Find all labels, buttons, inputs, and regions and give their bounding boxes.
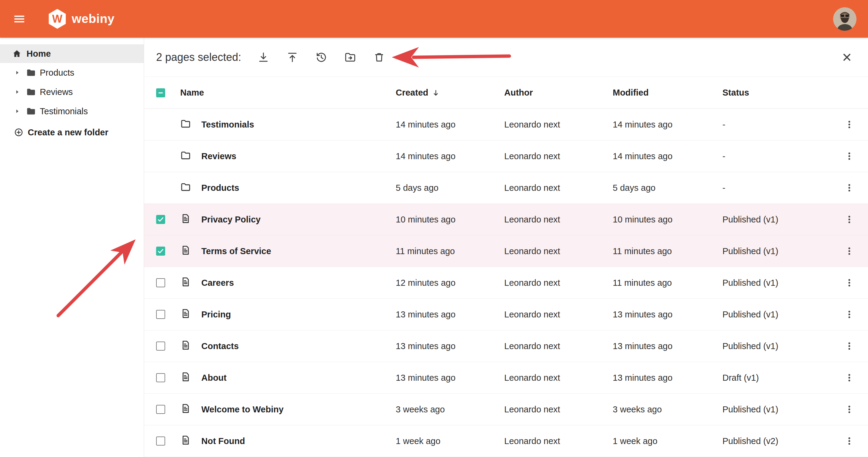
kebab-icon <box>844 436 855 446</box>
kebab-icon <box>844 278 855 288</box>
cell-author: Leonardo next <box>504 404 613 415</box>
cell-modified: 1 week ago <box>613 436 722 446</box>
close-selection-button[interactable] <box>838 48 856 66</box>
restore-button[interactable] <box>312 48 330 66</box>
document-icon <box>180 435 191 446</box>
row-menu-button[interactable] <box>843 148 856 164</box>
caret-right-icon[interactable] <box>13 69 21 77</box>
kebab-icon <box>844 151 855 161</box>
user-avatar[interactable] <box>833 7 857 31</box>
row-menu-button[interactable] <box>843 401 856 417</box>
table-row[interactable]: Reviews 14 minutes ago Leonardo next 14 … <box>144 141 868 172</box>
header-created[interactable]: Created <box>396 88 504 98</box>
move-to-folder-button[interactable] <box>341 48 359 66</box>
row-menu-button[interactable] <box>843 307 856 322</box>
row-menu-button[interactable] <box>843 338 856 354</box>
sidebar-folder-products[interactable]: Products <box>0 63 144 82</box>
row-checkbox[interactable] <box>156 310 165 319</box>
download-button[interactable] <box>254 48 273 66</box>
folder-icon <box>180 181 191 192</box>
cell-status: Published (v2) <box>722 436 831 446</box>
cell-name[interactable]: Not Found <box>201 436 396 446</box>
cell-created: 14 minutes ago <box>396 120 504 130</box>
table-row[interactable]: Welcome to Webiny 3 weeks ago Leonardo n… <box>144 394 868 425</box>
row-checkbox[interactable] <box>156 405 165 414</box>
row-checkbox[interactable] <box>156 215 165 224</box>
table-row[interactable]: Careers 12 minutes ago Leonardo next 11 … <box>144 267 868 299</box>
delete-button[interactable] <box>370 48 388 66</box>
selection-count-text: 2 pages selected: <box>156 51 241 64</box>
cell-name[interactable]: Welcome to Webiny <box>201 404 396 415</box>
cell-name[interactable]: Contacts <box>201 341 396 351</box>
cell-name[interactable]: Privacy Policy <box>201 215 396 224</box>
main-content: 2 pages selected: <box>144 38 868 457</box>
cell-name[interactable]: Reviews <box>201 151 396 161</box>
row-menu-button[interactable] <box>843 243 856 259</box>
sidebar-folder-label: Reviews <box>40 87 73 97</box>
avatar-image <box>833 7 857 31</box>
table-row[interactable]: Pricing 13 minutes ago Leonardo next 13 … <box>144 299 868 330</box>
cell-created: 3 weeks ago <box>396 404 504 415</box>
cell-name[interactable]: Testimonials <box>201 120 396 130</box>
sidebar-folder-testimonials[interactable]: Testimonials <box>0 101 144 121</box>
select-all-checkbox[interactable] <box>156 88 165 97</box>
kebab-icon <box>844 246 855 256</box>
table-row[interactable]: Not Found 1 week ago Leonardo next 1 wee… <box>144 425 868 457</box>
move-to-folder-icon <box>344 51 356 63</box>
row-checkbox[interactable] <box>156 278 165 287</box>
cell-modified: 11 minutes ago <box>613 278 722 288</box>
folder-icon <box>180 150 191 161</box>
cell-name[interactable]: About <box>201 373 396 383</box>
close-icon <box>841 51 853 64</box>
row-menu-button[interactable] <box>843 370 856 386</box>
sidebar-item-home[interactable]: Home <box>0 44 144 63</box>
cell-name[interactable]: Terms of Service <box>201 246 396 256</box>
cell-status: Published (v1) <box>722 341 831 351</box>
header-status[interactable]: Status <box>722 88 831 98</box>
table-row[interactable]: Contacts 13 minutes ago Leonardo next 13… <box>144 330 868 362</box>
export-icon <box>286 51 299 63</box>
webiny-logo[interactable]: W <box>48 9 66 29</box>
cell-name[interactable]: Products <box>201 183 396 193</box>
row-checkbox[interactable] <box>156 341 165 351</box>
cell-author: Leonardo next <box>504 278 613 288</box>
row-checkbox[interactable] <box>156 247 165 256</box>
cell-status: - <box>722 183 831 193</box>
kebab-icon <box>844 309 855 319</box>
header-modified[interactable]: Modified <box>613 88 722 98</box>
row-menu-button[interactable] <box>843 433 856 449</box>
table-row[interactable]: Terms of Service 11 minutes ago Leonardo… <box>144 236 868 267</box>
row-menu-button[interactable] <box>843 275 856 291</box>
create-folder-button[interactable]: Create a new folder <box>0 123 144 142</box>
header-name[interactable]: Name <box>180 88 396 98</box>
row-checkbox[interactable] <box>156 436 165 446</box>
folder-icon <box>180 118 191 129</box>
download-icon <box>257 51 270 63</box>
header-author[interactable]: Author <box>504 88 613 98</box>
delete-icon <box>373 51 385 63</box>
row-menu-button[interactable] <box>843 212 856 227</box>
indeterminate-icon <box>157 89 164 97</box>
sidebar-folder-reviews[interactable]: Reviews <box>0 82 144 101</box>
row-checkbox[interactable] <box>156 373 165 382</box>
row-menu-button[interactable] <box>843 117 856 132</box>
sidebar-folder-label: Testimonials <box>40 106 88 116</box>
cell-status: Published (v1) <box>722 278 831 288</box>
hamburger-icon <box>13 12 26 26</box>
cell-name[interactable]: Careers <box>201 278 396 288</box>
folder-icon <box>26 106 36 116</box>
caret-right-icon[interactable] <box>13 88 21 96</box>
hamburger-menu-button[interactable] <box>11 11 27 27</box>
cell-name[interactable]: Pricing <box>201 310 396 319</box>
caret-right-icon[interactable] <box>13 107 21 115</box>
kebab-icon <box>844 119 855 130</box>
export-button[interactable] <box>283 48 301 66</box>
table-row[interactable]: Privacy Policy 10 minutes ago Leonardo n… <box>144 204 868 236</box>
row-menu-button[interactable] <box>843 180 856 196</box>
table-row[interactable]: Testimonials 14 minutes ago Leonardo nex… <box>144 109 868 141</box>
cell-created: 5 days ago <box>396 183 504 193</box>
cell-author: Leonardo next <box>504 215 613 224</box>
sidebar-folder-label: Products <box>40 68 74 78</box>
table-row[interactable]: Products 5 days ago Leonardo next 5 days… <box>144 172 868 204</box>
table-row[interactable]: About 13 minutes ago Leonardo next 13 mi… <box>144 362 868 394</box>
